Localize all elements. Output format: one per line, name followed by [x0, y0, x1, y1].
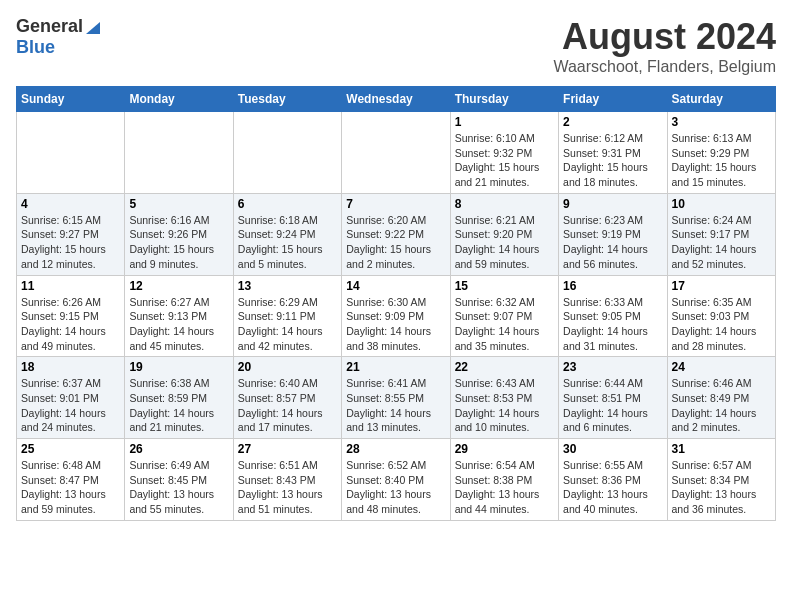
day-info: Sunrise: 6:27 AM Sunset: 9:13 PM Dayligh… [129, 295, 228, 354]
weekday-header-row: SundayMondayTuesdayWednesdayThursdayFrid… [17, 87, 776, 112]
day-number: 20 [238, 360, 337, 374]
logo-triangle-icon [84, 18, 102, 36]
day-info: Sunrise: 6:13 AM Sunset: 9:29 PM Dayligh… [672, 131, 771, 190]
day-number: 14 [346, 279, 445, 293]
calendar-cell: 15Sunrise: 6:32 AM Sunset: 9:07 PM Dayli… [450, 275, 558, 357]
calendar-cell: 18Sunrise: 6:37 AM Sunset: 9:01 PM Dayli… [17, 357, 125, 439]
day-number: 6 [238, 197, 337, 211]
day-number: 3 [672, 115, 771, 129]
day-info: Sunrise: 6:37 AM Sunset: 9:01 PM Dayligh… [21, 376, 120, 435]
day-info: Sunrise: 6:20 AM Sunset: 9:22 PM Dayligh… [346, 213, 445, 272]
day-info: Sunrise: 6:26 AM Sunset: 9:15 PM Dayligh… [21, 295, 120, 354]
weekday-header-thursday: Thursday [450, 87, 558, 112]
day-info: Sunrise: 6:35 AM Sunset: 9:03 PM Dayligh… [672, 295, 771, 354]
day-info: Sunrise: 6:16 AM Sunset: 9:26 PM Dayligh… [129, 213, 228, 272]
calendar-cell: 23Sunrise: 6:44 AM Sunset: 8:51 PM Dayli… [559, 357, 667, 439]
calendar-cell: 12Sunrise: 6:27 AM Sunset: 9:13 PM Dayli… [125, 275, 233, 357]
day-number: 28 [346, 442, 445, 456]
day-number: 22 [455, 360, 554, 374]
day-number: 17 [672, 279, 771, 293]
day-number: 21 [346, 360, 445, 374]
day-number: 16 [563, 279, 662, 293]
day-number: 30 [563, 442, 662, 456]
calendar-cell: 11Sunrise: 6:26 AM Sunset: 9:15 PM Dayli… [17, 275, 125, 357]
day-info: Sunrise: 6:48 AM Sunset: 8:47 PM Dayligh… [21, 458, 120, 517]
day-number: 19 [129, 360, 228, 374]
calendar-cell: 22Sunrise: 6:43 AM Sunset: 8:53 PM Dayli… [450, 357, 558, 439]
calendar-cell: 21Sunrise: 6:41 AM Sunset: 8:55 PM Dayli… [342, 357, 450, 439]
day-number: 4 [21, 197, 120, 211]
calendar-week-3: 11Sunrise: 6:26 AM Sunset: 9:15 PM Dayli… [17, 275, 776, 357]
weekday-header-friday: Friday [559, 87, 667, 112]
calendar-cell: 19Sunrise: 6:38 AM Sunset: 8:59 PM Dayli… [125, 357, 233, 439]
day-info: Sunrise: 6:54 AM Sunset: 8:38 PM Dayligh… [455, 458, 554, 517]
header: General Blue August 2024 Waarschoot, Fla… [16, 16, 776, 76]
day-number: 13 [238, 279, 337, 293]
location: Waarschoot, Flanders, Belgium [553, 58, 776, 76]
calendar-header: SundayMondayTuesdayWednesdayThursdayFrid… [17, 87, 776, 112]
calendar-cell: 3Sunrise: 6:13 AM Sunset: 9:29 PM Daylig… [667, 112, 775, 194]
day-info: Sunrise: 6:18 AM Sunset: 9:24 PM Dayligh… [238, 213, 337, 272]
month-title: August 2024 [553, 16, 776, 58]
calendar-cell [17, 112, 125, 194]
calendar-cell: 31Sunrise: 6:57 AM Sunset: 8:34 PM Dayli… [667, 439, 775, 521]
calendar-cell: 9Sunrise: 6:23 AM Sunset: 9:19 PM Daylig… [559, 193, 667, 275]
day-info: Sunrise: 6:15 AM Sunset: 9:27 PM Dayligh… [21, 213, 120, 272]
weekday-header-wednesday: Wednesday [342, 87, 450, 112]
calendar-cell: 5Sunrise: 6:16 AM Sunset: 9:26 PM Daylig… [125, 193, 233, 275]
day-info: Sunrise: 6:41 AM Sunset: 8:55 PM Dayligh… [346, 376, 445, 435]
day-info: Sunrise: 6:55 AM Sunset: 8:36 PM Dayligh… [563, 458, 662, 517]
day-number: 23 [563, 360, 662, 374]
calendar-week-2: 4Sunrise: 6:15 AM Sunset: 9:27 PM Daylig… [17, 193, 776, 275]
calendar-week-4: 18Sunrise: 6:37 AM Sunset: 9:01 PM Dayli… [17, 357, 776, 439]
day-number: 10 [672, 197, 771, 211]
day-number: 7 [346, 197, 445, 211]
calendar-cell: 1Sunrise: 6:10 AM Sunset: 9:32 PM Daylig… [450, 112, 558, 194]
day-number: 8 [455, 197, 554, 211]
calendar-cell: 25Sunrise: 6:48 AM Sunset: 8:47 PM Dayli… [17, 439, 125, 521]
day-info: Sunrise: 6:33 AM Sunset: 9:05 PM Dayligh… [563, 295, 662, 354]
calendar-cell: 4Sunrise: 6:15 AM Sunset: 9:27 PM Daylig… [17, 193, 125, 275]
calendar-cell: 8Sunrise: 6:21 AM Sunset: 9:20 PM Daylig… [450, 193, 558, 275]
day-number: 11 [21, 279, 120, 293]
day-info: Sunrise: 6:30 AM Sunset: 9:09 PM Dayligh… [346, 295, 445, 354]
calendar-cell: 24Sunrise: 6:46 AM Sunset: 8:49 PM Dayli… [667, 357, 775, 439]
calendar-cell: 10Sunrise: 6:24 AM Sunset: 9:17 PM Dayli… [667, 193, 775, 275]
day-number: 5 [129, 197, 228, 211]
svg-marker-0 [86, 22, 100, 34]
calendar-cell: 16Sunrise: 6:33 AM Sunset: 9:05 PM Dayli… [559, 275, 667, 357]
calendar-cell: 20Sunrise: 6:40 AM Sunset: 8:57 PM Dayli… [233, 357, 341, 439]
day-info: Sunrise: 6:57 AM Sunset: 8:34 PM Dayligh… [672, 458, 771, 517]
calendar-cell [125, 112, 233, 194]
title-area: August 2024 Waarschoot, Flanders, Belgiu… [553, 16, 776, 76]
day-info: Sunrise: 6:46 AM Sunset: 8:49 PM Dayligh… [672, 376, 771, 435]
day-number: 9 [563, 197, 662, 211]
day-info: Sunrise: 6:44 AM Sunset: 8:51 PM Dayligh… [563, 376, 662, 435]
calendar-cell: 27Sunrise: 6:51 AM Sunset: 8:43 PM Dayli… [233, 439, 341, 521]
weekday-header-saturday: Saturday [667, 87, 775, 112]
day-number: 1 [455, 115, 554, 129]
day-number: 29 [455, 442, 554, 456]
calendar-cell: 28Sunrise: 6:52 AM Sunset: 8:40 PM Dayli… [342, 439, 450, 521]
calendar-cell: 6Sunrise: 6:18 AM Sunset: 9:24 PM Daylig… [233, 193, 341, 275]
day-info: Sunrise: 6:12 AM Sunset: 9:31 PM Dayligh… [563, 131, 662, 190]
logo-general: General [16, 16, 83, 37]
day-number: 18 [21, 360, 120, 374]
calendar-week-5: 25Sunrise: 6:48 AM Sunset: 8:47 PM Dayli… [17, 439, 776, 521]
day-number: 12 [129, 279, 228, 293]
calendar-cell: 13Sunrise: 6:29 AM Sunset: 9:11 PM Dayli… [233, 275, 341, 357]
calendar-cell [233, 112, 341, 194]
day-info: Sunrise: 6:52 AM Sunset: 8:40 PM Dayligh… [346, 458, 445, 517]
calendar-cell: 26Sunrise: 6:49 AM Sunset: 8:45 PM Dayli… [125, 439, 233, 521]
logo: General Blue [16, 16, 103, 58]
day-info: Sunrise: 6:51 AM Sunset: 8:43 PM Dayligh… [238, 458, 337, 517]
day-number: 27 [238, 442, 337, 456]
day-number: 26 [129, 442, 228, 456]
day-number: 2 [563, 115, 662, 129]
calendar-cell: 7Sunrise: 6:20 AM Sunset: 9:22 PM Daylig… [342, 193, 450, 275]
calendar-cell: 30Sunrise: 6:55 AM Sunset: 8:36 PM Dayli… [559, 439, 667, 521]
day-info: Sunrise: 6:21 AM Sunset: 9:20 PM Dayligh… [455, 213, 554, 272]
calendar-cell: 14Sunrise: 6:30 AM Sunset: 9:09 PM Dayli… [342, 275, 450, 357]
day-info: Sunrise: 6:10 AM Sunset: 9:32 PM Dayligh… [455, 131, 554, 190]
calendar-cell: 29Sunrise: 6:54 AM Sunset: 8:38 PM Dayli… [450, 439, 558, 521]
